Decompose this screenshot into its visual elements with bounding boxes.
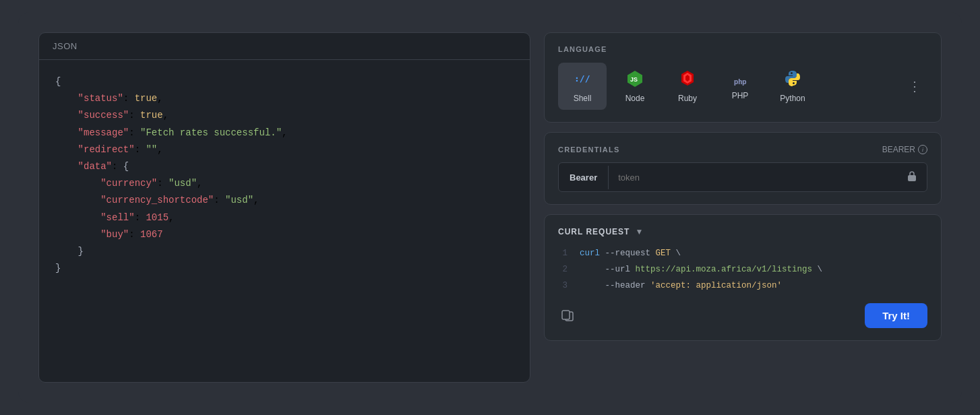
line-number-1: 1: [558, 246, 568, 262]
node-icon: JS: [626, 69, 644, 90]
svg-rect-6: [908, 175, 916, 181]
more-languages-button[interactable]: ⋮: [902, 74, 927, 98]
tab-shell[interactable]: :// Shell: [558, 63, 607, 110]
tab-shell-label: Shell: [574, 94, 592, 103]
curl-line-3-content: --header 'accept: application/json': [580, 278, 782, 294]
line-number-3: 3: [558, 278, 568, 294]
php-icon: php: [734, 72, 746, 87]
curl-line-1: 1 curl --request GET \: [558, 246, 927, 262]
credentials-label: CREDENTIALS: [558, 146, 619, 154]
curl-line-2: 2 --url https://api.moza.africa/v1/listi…: [558, 262, 927, 278]
curl-label: CURL REQUEST: [558, 227, 630, 236]
app-container: JSON { "status": true, "success": true, …: [18, 12, 962, 403]
info-icon: i: [918, 145, 927, 154]
bearer-badge-text: BEARER: [882, 145, 915, 154]
lock-icon: [897, 163, 927, 191]
svg-text:JS: JS: [630, 76, 638, 83]
tab-ruby-label: Ruby: [678, 94, 697, 103]
curl-footer: Try It!: [558, 303, 927, 328]
tab-node[interactable]: JS Node: [611, 63, 659, 110]
curl-line-2-content: --url https://api.moza.africa/v1/listing…: [580, 262, 822, 278]
json-panel: JSON { "status": true, "success": true, …: [38, 32, 530, 383]
curl-body: 1 curl --request GET \ 2 --url https://a…: [558, 246, 927, 294]
language-tabs: :// Shell JS Node: [558, 63, 927, 110]
python-icon: [784, 69, 801, 90]
copy-icon: [561, 309, 574, 323]
credentials-header: CREDENTIALS BEARER i: [558, 145, 927, 154]
shell-icon: ://: [574, 69, 591, 90]
curl-header: CURL REQUEST ▼: [558, 227, 927, 236]
tab-node-label: Node: [625, 94, 645, 103]
svg-text:://: ://: [574, 73, 590, 84]
ruby-icon: [679, 69, 696, 90]
json-body: { "status": true, "success": true, "mess…: [39, 60, 530, 382]
json-header: JSON: [39, 33, 530, 60]
line-number-2: 2: [558, 262, 568, 278]
svg-rect-8: [562, 311, 570, 319]
language-label: LANGUAGE: [558, 45, 927, 53]
right-panel: LANGUAGE :// Shell JS: [544, 32, 942, 383]
curl-line-1-content: curl --request GET \: [580, 246, 681, 262]
tab-php[interactable]: php PHP: [716, 65, 764, 107]
curl-line-3: 3 --header 'accept: application/json': [558, 278, 927, 294]
tab-python[interactable]: Python: [768, 63, 817, 110]
copy-button[interactable]: [558, 307, 577, 325]
curl-card: CURL REQUEST ▼ 1 curl --request GET \ 2: [544, 214, 942, 341]
tab-python-label: Python: [780, 94, 805, 103]
curl-chevron-icon: ▼: [635, 227, 643, 236]
token-input[interactable]: [609, 166, 897, 189]
try-it-button[interactable]: Try It!: [865, 303, 927, 328]
credentials-card: CREDENTIALS BEARER i Bearer: [544, 132, 942, 205]
bearer-tab-label: Bearer: [559, 166, 609, 189]
tab-ruby[interactable]: Ruby: [663, 63, 712, 110]
credentials-input-row: Bearer: [558, 162, 927, 192]
bearer-badge: BEARER i: [882, 145, 927, 154]
tab-php-label: PHP: [732, 91, 749, 100]
language-card: LANGUAGE :// Shell JS: [544, 32, 942, 123]
